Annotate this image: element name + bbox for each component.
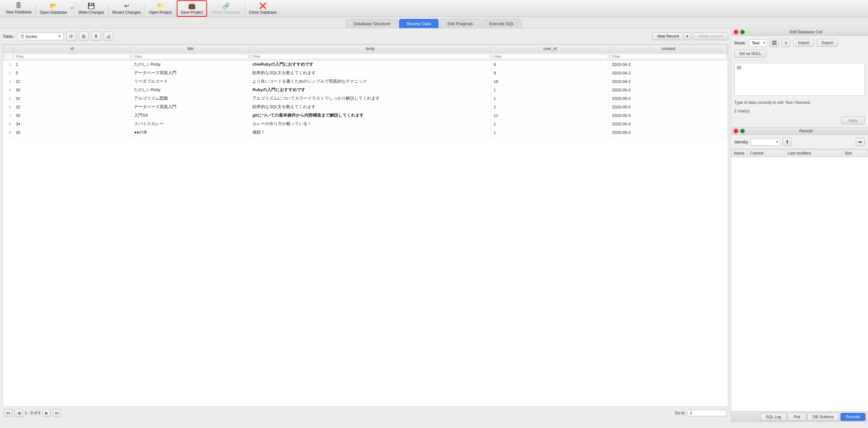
table-row[interactable]: 632データベース実践入門効率的なSQL文を教えてくれます22020-05-0 — [3, 103, 728, 111]
table-row[interactable]: 935●●の本感想！12020-05-0 — [3, 128, 728, 137]
remote-pull-button[interactable]: ➡ — [856, 137, 865, 146]
remote-table-wrapper[interactable]: Name Commit Last modified Size — [731, 149, 868, 411]
identity-select[interactable] — [751, 138, 780, 146]
edit-cell-close-button[interactable]: ✕ — [734, 30, 738, 34]
table-row[interactable]: 430たのしいRubyRubyの入門におすすめです12020-05-0 — [3, 86, 728, 94]
col-body[interactable]: body — [250, 45, 491, 53]
tab-execute-sql[interactable]: Execute SQL — [482, 19, 522, 28]
first-page-button[interactable]: ⏮ — [4, 409, 12, 417]
cell-title[interactable]: たのしいRuby — [131, 86, 250, 94]
cell-title[interactable]: スパイスカレー — [131, 120, 250, 128]
revert-changes-button[interactable]: ↩ Revert Changes — [109, 1, 144, 16]
cell-user_id[interactable]: 1 — [491, 128, 609, 137]
bottom-tab-plot[interactable]: Plot — [788, 413, 806, 421]
data-table-wrapper[interactable]: id title body user_id created — [3, 44, 728, 406]
apply-button[interactable]: Apply — [841, 117, 865, 125]
cell-created[interactable]: 2020-05-0 — [609, 86, 727, 94]
col-created[interactable]: created — [609, 45, 727, 53]
filter-id-input[interactable] — [14, 54, 130, 59]
filter-created-input[interactable] — [611, 54, 726, 59]
prev-page-button[interactable]: ◀ — [14, 409, 23, 417]
cell-user_id[interactable]: 10 — [491, 77, 609, 86]
table-row[interactable]: 12たのしいRubychieRubyの入門におすすめです82020-04-2 — [3, 60, 728, 69]
cell-created[interactable]: 2020-05-0 — [609, 128, 727, 137]
cell-user_id[interactable]: 8 — [491, 60, 609, 69]
delete-record-button[interactable]: Delete Record — [693, 32, 728, 40]
cell-title[interactable]: 入門Git — [131, 111, 250, 120]
set-null-button[interactable]: Set as NULL — [734, 50, 766, 58]
col-id[interactable]: id — [13, 45, 131, 53]
cell-body[interactable]: gitについての基本操作から内部構造まで解説してくれます — [250, 111, 491, 120]
cell-body[interactable]: 効率的なSQL文を教えてくれます — [250, 103, 491, 111]
bottom-tab-db-schema[interactable]: DB Schema — [807, 413, 839, 421]
cell-id[interactable]: 2 — [13, 60, 131, 69]
save-project-button[interactable]: 💼 Save Project — [177, 0, 207, 17]
cell-body[interactable]: カレーの作り方が載っている！ — [250, 120, 491, 128]
last-page-button[interactable]: ⏭ — [53, 409, 61, 417]
filter-body-input[interactable] — [251, 54, 489, 59]
cell-title[interactable]: データベース実践入門 — [131, 69, 250, 77]
cell-id[interactable]: 32 — [13, 103, 131, 111]
close-database-button[interactable]: ❌ Close Database — [245, 1, 280, 16]
cell-id[interactable]: 33 — [13, 111, 131, 120]
print-button[interactable]: 🖨 — [103, 32, 114, 41]
cell-id[interactable]: 35 — [13, 128, 131, 137]
cell-user_id[interactable]: 2 — [491, 103, 609, 111]
cell-body[interactable]: 効率的なSQL文を教えてくれます — [250, 69, 491, 77]
cell-user_id[interactable]: 1 — [491, 86, 609, 94]
cell-title[interactable]: ●●の本 — [131, 128, 250, 137]
cell-created[interactable]: 2020-05-0 — [609, 120, 727, 128]
cell-id[interactable]: 30 — [13, 86, 131, 94]
cell-id[interactable]: 5 — [13, 69, 131, 77]
import-button[interactable]: Import — [793, 39, 814, 47]
bottom-tab-sql-log[interactable]: SQL Log — [760, 413, 786, 421]
mode-list-button[interactable]: ≡ — [781, 38, 790, 47]
table-selector[interactable]: 🗒 books ▼ — [18, 33, 64, 40]
cell-created[interactable]: 2020-04-2 — [609, 60, 727, 69]
cell-id[interactable]: 22 — [13, 77, 131, 86]
open-project-button[interactable]: 📁 Open Project — [146, 1, 175, 16]
cell-created[interactable]: 2020-04-2 — [609, 77, 727, 86]
mode-icon-button[interactable]: 🖼 — [770, 38, 779, 47]
cell-user_id[interactable]: 9 — [491, 69, 609, 77]
remote-close-button[interactable]: ✕ — [734, 129, 738, 133]
bottom-tab-remote[interactable]: Remote — [841, 413, 865, 421]
cell-user_id[interactable]: 11 — [491, 111, 609, 120]
new-record-button[interactable]: New Record — [652, 32, 681, 40]
edit-cell-restore-button[interactable]: ◉ — [740, 30, 745, 34]
col-user-id[interactable]: user_id — [491, 45, 609, 53]
table-row[interactable]: 531アルゴリズム図鑑アルゴリズムについてカラーイラストでしっかり解説してくれま… — [3, 94, 728, 103]
col-title[interactable]: title — [131, 45, 250, 53]
attach-database-button[interactable]: 🔗 Attach Database — [209, 1, 244, 16]
cell-created[interactable]: 2020-05-0 — [609, 111, 727, 120]
new-database-button[interactable]: 🗄 New Database — [3, 1, 35, 16]
export-button[interactable]: Export — [817, 39, 838, 47]
cell-id[interactable]: 31 — [13, 94, 131, 103]
table-row[interactable]: 25データベース実践入門効率的なSQL文を教えてくれます92020-04-2 — [3, 69, 728, 77]
cell-body[interactable]: Rubyの入門におすすめです — [250, 86, 491, 94]
cell-created[interactable]: 2020-04-2 — [609, 69, 727, 77]
cell-body[interactable]: より良いコードを書くためのシンプルで実践的なテクニック — [250, 77, 491, 86]
tab-edit-pragmas[interactable]: Edit Pragmas — [440, 19, 480, 28]
new-record-dropdown-button[interactable]: ▼ — [683, 32, 691, 40]
remote-push-button[interactable]: ⬆ — [783, 137, 792, 146]
remote-restore-button[interactable]: ◉ — [740, 129, 745, 133]
goto-input[interactable] — [688, 410, 727, 416]
write-changes-button[interactable]: 💾 Write Changes — [75, 1, 107, 16]
next-page-button[interactable]: ▶ — [42, 409, 51, 417]
filter-title-input[interactable] — [133, 54, 248, 59]
cell-title[interactable]: たのしいRuby — [131, 60, 250, 69]
tab-browse-data[interactable]: Browse Data — [399, 19, 438, 28]
cell-title[interactable]: データベース実践入門 — [131, 103, 250, 111]
refresh-button[interactable]: ⟳ — [66, 32, 76, 41]
cell-user_id[interactable]: 1 — [491, 120, 609, 128]
cell-body[interactable]: chieRubyの入門におすすめです — [250, 60, 491, 69]
table-row[interactable]: 834スパイスカレーカレーの作り方が載っている！12020-05-0 — [3, 120, 728, 128]
mode-select[interactable]: Text — [749, 39, 767, 47]
tab-database-structure[interactable]: Database Structure — [346, 19, 398, 28]
cell-editor[interactable]: 35 — [734, 63, 865, 96]
cell-title[interactable]: リーダブルコード — [131, 77, 250, 86]
open-database-dropdown-arrow[interactable]: ▼ — [70, 6, 73, 10]
table-row[interactable]: 733入門Gitgitについての基本操作から内部構造まで解説してくれます1120… — [3, 111, 728, 120]
cell-user_id[interactable]: 1 — [491, 94, 609, 103]
